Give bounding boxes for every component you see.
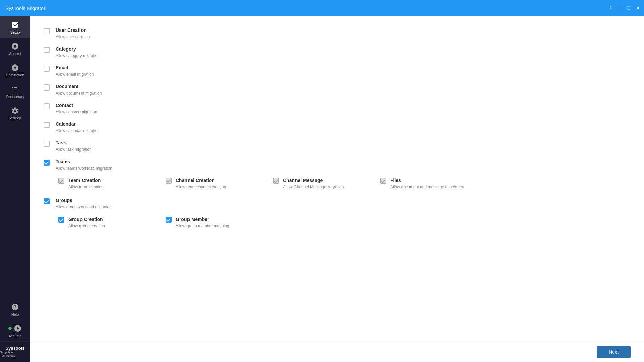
sub-title-channel-creation: Channel Creation	[176, 178, 226, 183]
option-label-document: Document Allow document migration	[56, 84, 102, 96]
maximize-icon[interactable]: □	[627, 5, 630, 11]
checkbox-wrap-user-creation	[44, 27, 56, 34]
option-label-teams: Teams Allow teams workload migration	[56, 159, 112, 171]
option-label-group-creation: Group Creation Allow group creation	[68, 217, 105, 229]
option-desc-task: Allow task migration	[56, 147, 92, 152]
option-row-calendar: Calendar Allow calendar migration	[44, 118, 631, 137]
teams-section: Teams Allow teams workload migration Tea…	[44, 156, 631, 194]
more-icon[interactable]: ⋮	[608, 5, 613, 11]
sidebar-bottom: Help Activate SysTools Simplifying Techn…	[0, 298, 30, 362]
option-title-document: Document	[56, 84, 102, 89]
option-label-channel-message: Channel Message Allow Channel Message Mi…	[283, 178, 344, 190]
option-row-category: Category Allow category migration	[44, 43, 631, 62]
minimize-icon[interactable]: −	[619, 5, 622, 11]
checkbox-wrap-contact	[44, 103, 56, 109]
checkbox-group-member[interactable]	[166, 217, 172, 223]
option-title-calendar: Calendar	[56, 121, 100, 127]
option-label-calendar: Calendar Allow calendar migration	[56, 121, 100, 133]
app-body: Setup Source Destination Resources Setti…	[0, 16, 644, 362]
brand-sub: Simplifying Technology	[0, 351, 30, 357]
teams-desc: Allow teams workload migration	[56, 166, 112, 171]
option-desc-contact: Allow contact migration	[56, 110, 97, 114]
option-label-group-member: Group Member Allow group member mapping	[176, 217, 229, 229]
option-desc-document: Allow document migration	[56, 91, 102, 96]
checkbox-group-creation[interactable]	[58, 217, 64, 223]
activate-row	[8, 324, 22, 333]
brand-logo: SysTools Simplifying Technology	[0, 341, 30, 362]
checkbox-channel-creation[interactable]	[166, 178, 172, 184]
option-row-teams: Teams Allow teams workload migration	[44, 156, 631, 174]
sidebar-item-settings[interactable]: Settings	[0, 102, 30, 123]
sub-option-group-member: Group Member Allow group member mapping	[163, 215, 270, 231]
sub-desc-team-creation: Allow team creation	[68, 185, 104, 189]
checkbox-user-creation[interactable]	[44, 28, 50, 34]
next-button[interactable]: Next	[597, 346, 631, 358]
sub-title-files: Files	[390, 178, 467, 183]
checkbox-wrap-group-member	[166, 217, 176, 223]
checkbox-files[interactable]	[380, 178, 386, 184]
checkbox-teams[interactable]	[44, 160, 50, 166]
checkbox-wrap-email	[44, 65, 56, 72]
close-icon[interactable]: ✕	[636, 5, 640, 11]
option-title-task: Task	[56, 140, 92, 145]
checkbox-wrap-group-creation	[58, 217, 68, 223]
option-row-user-creation: User Creation Allow user creation	[44, 24, 631, 43]
groups-title: Groups	[56, 198, 112, 203]
bottom-bar: Next	[30, 342, 644, 362]
checkbox-document[interactable]	[44, 84, 50, 90]
teams-title: Teams	[56, 159, 112, 164]
sidebar-item-source[interactable]: Source	[0, 38, 30, 59]
option-label-task: Task Allow task migration	[56, 140, 92, 152]
option-label-channel-creation: Channel Creation Allow team channel crea…	[176, 178, 226, 190]
sub-title-channel-message: Channel Message	[283, 178, 344, 183]
sidebar-item-setup[interactable]: Setup	[0, 16, 30, 38]
sidebar-item-resources[interactable]: Resources	[0, 80, 30, 102]
checkbox-category[interactable]	[44, 47, 50, 53]
checkbox-task[interactable]	[44, 141, 50, 147]
activate-dot	[8, 327, 12, 330]
sub-desc-channel-message: Allow Channel Message Migration	[283, 185, 344, 189]
sub-title-group-member: Group Member	[176, 217, 229, 222]
sub-option-group-creation: Group Creation Allow group creation	[56, 215, 163, 231]
checkbox-wrap-task	[44, 140, 56, 147]
option-label-contact: Contact Allow contact migration	[56, 103, 97, 115]
option-label-groups: Groups Allow group workload migration	[56, 198, 112, 210]
sub-option-team-creation: Team Creation Allow team creation	[56, 176, 163, 192]
option-title-category: Category	[56, 46, 100, 52]
options-container: User Creation Allow user creation Catego…	[44, 24, 631, 156]
sidebar-item-destination[interactable]: Destination	[0, 59, 30, 80]
checkbox-wrap-groups	[44, 198, 56, 204]
destination-label: Destination	[6, 73, 24, 77]
brand-name: SysTools	[6, 346, 25, 351]
checkbox-wrap-files	[380, 178, 390, 184]
checkbox-team-creation[interactable]	[58, 178, 64, 184]
option-desc-user-creation: Allow user creation	[56, 35, 90, 39]
sub-option-files: Files Allow document and message attachm…	[378, 176, 485, 192]
sub-title-team-creation: Team Creation	[68, 178, 104, 183]
option-label-category: Category Allow category migration	[56, 46, 100, 58]
source-label: Source	[9, 52, 21, 56]
checkbox-channel-message[interactable]	[273, 178, 279, 184]
sidebar-item-help[interactable]: Help	[0, 298, 30, 320]
checkbox-wrap-team-creation	[58, 178, 68, 184]
groups-desc: Allow group workload migration	[56, 205, 112, 209]
resources-label: Resources	[6, 95, 24, 99]
option-row-document: Document Allow document migration	[44, 80, 631, 99]
checkbox-calendar[interactable]	[44, 122, 50, 128]
checkbox-groups[interactable]	[44, 198, 50, 204]
option-title-email: Email	[56, 65, 94, 70]
sub-desc-files: Allow document and message attachmen...	[390, 185, 467, 189]
option-title-contact: Contact	[56, 103, 97, 108]
main-content: User Creation Allow user creation Catego…	[30, 16, 644, 362]
sidebar: Setup Source Destination Resources Setti…	[0, 16, 30, 362]
option-desc-calendar: Allow calendar migration	[56, 128, 100, 133]
checkbox-contact[interactable]	[44, 103, 50, 109]
settings-label: Settings	[8, 116, 22, 120]
option-desc-category: Allow category migration	[56, 53, 100, 58]
checkbox-wrap-category	[44, 46, 56, 53]
sidebar-item-activate[interactable]: Activate	[0, 320, 30, 341]
setup-label: Setup	[10, 30, 20, 34]
titlebar: SysTools Migrator ⋮ − □ ✕	[0, 0, 644, 16]
svg-point-1	[14, 45, 16, 48]
checkbox-email[interactable]	[44, 66, 50, 72]
